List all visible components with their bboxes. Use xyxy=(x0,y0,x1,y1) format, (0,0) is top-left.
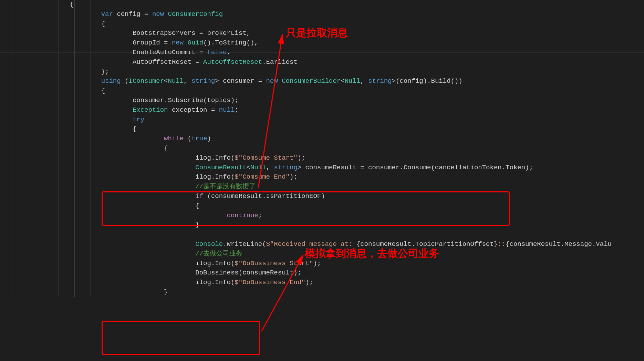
code-token: ilog.Info( xyxy=(195,260,235,267)
code-token: >(config).Build()) xyxy=(392,77,463,85)
highlight-box-business xyxy=(102,321,260,355)
indent-guide xyxy=(74,0,75,297)
code-line[interactable]: //是不是没有数据了 xyxy=(0,182,644,192)
indent-guide xyxy=(107,0,107,297)
code-token: .Earliest xyxy=(262,58,298,66)
code-line[interactable]: ilog.Info($"Comsume End"); xyxy=(0,172,644,182)
code-token: string xyxy=(191,77,215,85)
code-line[interactable]: DoBussiness(consumeResult); xyxy=(0,268,644,278)
code-token: < xyxy=(247,164,250,171)
code-line[interactable]: { xyxy=(0,0,644,10)
code-line[interactable]: } xyxy=(0,288,644,297)
indent-guide xyxy=(11,0,11,297)
code-token: BootstrapServers = brokerList, xyxy=(133,29,250,37)
code-line[interactable]: { xyxy=(0,86,644,96)
code-token: > consumer = xyxy=(215,77,266,85)
code-line[interactable]: while (true) xyxy=(0,134,644,144)
code-token: { xyxy=(101,87,105,94)
code-token: } xyxy=(164,288,168,296)
code-token xyxy=(278,77,282,85)
code-line[interactable]: continue; xyxy=(0,211,644,221)
code-line[interactable]: { xyxy=(0,144,644,153)
code-token: //去做公司业务 xyxy=(195,250,242,258)
code-line[interactable]: EnableAutoCommit = false, xyxy=(0,48,644,58)
code-line[interactable]: using (IConsumer<Null, string> consumer … xyxy=(0,77,644,86)
code-line[interactable]: ilog.Info($"Comsume Start"); xyxy=(0,153,644,163)
code-token: IConsumer xyxy=(128,77,164,85)
code-token: AutoOffsetReset xyxy=(203,58,262,66)
code-token: ConsumerConfig xyxy=(168,10,223,18)
code-line[interactable] xyxy=(0,230,644,240)
code-line[interactable]: GroupId = new Guid().ToString(), xyxy=(0,38,644,48)
code-token: ; xyxy=(258,212,262,219)
code-token: new xyxy=(266,77,278,85)
code-token: }; xyxy=(101,68,109,76)
code-token: Guid xyxy=(188,39,204,47)
indent-guide xyxy=(91,0,91,297)
code-token: .WriteLine( xyxy=(223,240,266,248)
code-token: if xyxy=(195,192,203,200)
code-token: AutoOffsetReset = xyxy=(133,58,203,66)
code-token: ( xyxy=(121,77,129,85)
code-token: { xyxy=(164,144,168,152)
code-token: ) xyxy=(207,135,211,142)
code-token: {consumeResult.TopicPartitionOffset} xyxy=(356,240,498,248)
code-token: , xyxy=(266,164,274,171)
code-line[interactable]: try xyxy=(0,115,644,125)
cursor-line-indicator xyxy=(0,42,644,42)
code-token: ; xyxy=(235,106,238,114)
code-token: ConsumerBuilder xyxy=(282,77,341,85)
indent-guide xyxy=(59,0,59,297)
code-line[interactable]: }; xyxy=(0,67,644,77)
code-token: $"Comsume End" xyxy=(235,173,290,181)
code-line[interactable]: ConsumeResult<Null, string> consumeResul… xyxy=(0,163,644,173)
code-line[interactable]: BootstrapServers = brokerList, xyxy=(0,29,644,38)
code-token: $"Received message at: xyxy=(266,240,356,248)
code-editor[interactable]: { var config = new ConsumerConfig { Boot… xyxy=(0,0,644,297)
code-token: ); xyxy=(313,260,321,267)
code-token: ConsumeResult xyxy=(195,164,246,171)
code-token: continue xyxy=(227,212,258,219)
code-token: Console xyxy=(195,240,223,248)
code-line[interactable]: { xyxy=(0,201,644,211)
code-token: config = xyxy=(113,10,152,18)
code-token: ); xyxy=(298,154,305,162)
code-line[interactable]: { xyxy=(0,19,644,29)
code-token: $"DoBussiness End" xyxy=(235,279,305,286)
code-token: < xyxy=(164,77,168,85)
code-token: //是不是没有数据了 xyxy=(195,183,256,190)
code-token: true xyxy=(191,135,207,142)
code-token: using xyxy=(101,77,121,85)
code-token xyxy=(184,39,187,47)
code-token: ); xyxy=(290,173,298,181)
code-line[interactable]: var config = new ConsumerConfig xyxy=(0,10,644,19)
code-line[interactable]: AutoOffsetReset = AutoOffsetReset.Earlie… xyxy=(0,58,644,67)
code-line[interactable]: ilog.Info($"DoBussiness Start"); xyxy=(0,259,644,269)
code-line[interactable]: Console.WriteLine($"Received message at:… xyxy=(0,240,644,249)
code-line[interactable]: ilog.Info($"DoBussiness End"); xyxy=(0,278,644,288)
code-token: :: xyxy=(498,240,506,248)
code-token: string xyxy=(274,164,297,171)
code-token: ( xyxy=(184,135,191,142)
code-token: , xyxy=(184,77,191,85)
code-token: { xyxy=(133,125,136,133)
code-token: { xyxy=(195,202,199,210)
code-token: { xyxy=(70,1,73,8)
code-line[interactable]: //去做公司业务 xyxy=(0,249,644,259)
code-line[interactable]: Exception exception = null; xyxy=(0,106,644,115)
code-token: Null xyxy=(250,164,266,171)
code-token: , xyxy=(360,77,368,85)
code-token: while xyxy=(164,135,184,142)
code-token: Null xyxy=(345,77,361,85)
code-line[interactable]: } xyxy=(0,220,644,230)
code-token: $"DoBussiness Start" xyxy=(235,260,313,267)
code-line[interactable]: if (consumeResult.IsPartitionEOF) xyxy=(0,192,644,201)
code-token: string xyxy=(368,77,392,85)
code-token: < xyxy=(341,77,344,85)
code-token: ilog.Info( xyxy=(195,173,235,181)
code-line[interactable]: { xyxy=(0,124,644,134)
code-line[interactable]: consumer.Subscribe(topics); xyxy=(0,96,644,106)
code-token: try xyxy=(133,116,144,123)
code-token: {consumeResult.Message.Valu xyxy=(506,240,612,248)
code-token: $"Comsume Start" xyxy=(235,154,297,162)
